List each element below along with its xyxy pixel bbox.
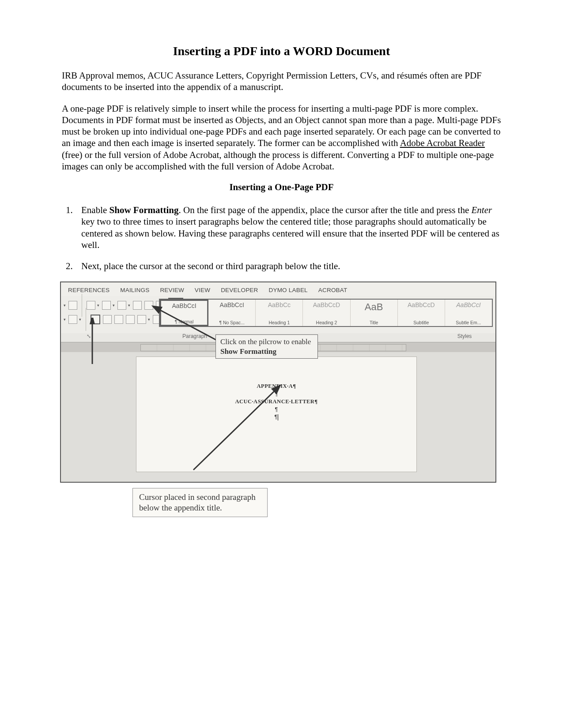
style-name: Heading 1	[257, 320, 301, 325]
style-name: Subtitle	[400, 320, 443, 325]
adobe-reader-link[interactable]: Adobe Acrobat Reader	[400, 138, 485, 148]
style-subtitle[interactable]: AaBbCcD Subtitle	[398, 300, 445, 326]
pilcrow-mark: ¶	[136, 390, 416, 398]
step1-text-a: Enable	[81, 205, 110, 215]
style-sample: AaB	[352, 301, 396, 313]
justify-icon[interactable]	[126, 315, 135, 324]
style-sample: AaBbCcI	[162, 302, 206, 309]
step-1: Enable Show Formatting. On the first pag…	[75, 204, 501, 251]
intro-paragraph-2: A one-page PDF is relatively simple to i…	[62, 103, 501, 173]
tab-mailings[interactable]: MAILINGS	[120, 287, 149, 293]
style-name: ¶ No Spac...	[210, 320, 253, 325]
text-cursor	[278, 414, 279, 420]
step1-text-e: key two to three times to insert paragra…	[81, 216, 499, 250]
callout1-bold: Show Formatting	[220, 347, 276, 356]
callout1-text: Click on the pilcrow to enable	[220, 338, 311, 346]
intro-paragraph-1: IRB Approval memos, ACUC Assurance Lette…	[62, 70, 501, 93]
style-heading2[interactable]: AaBbCcD Heading 2	[303, 300, 350, 326]
step1-italic: Enter	[472, 205, 492, 215]
style-name: Subtle Em...	[447, 320, 490, 325]
step1-bold: Show Formatting	[110, 205, 179, 215]
appendix-line-2: ACUC·ASSURANCE·LETTER¶	[136, 398, 416, 406]
style-sample: AaBbCcD	[400, 301, 443, 308]
word-screenshot: REFERENCES MAILINGS REVIEW VIEW DEVELOPE…	[60, 281, 496, 483]
tab-acrobat[interactable]: ACROBAT	[318, 287, 348, 293]
format-painter-icon[interactable]	[68, 301, 77, 310]
callout-cursor: Cursor placed in second paragraph below …	[132, 488, 268, 517]
pilcrow-mark: ¶	[274, 414, 277, 420]
style-sample: AaBbCcI	[447, 301, 490, 308]
callout-pilcrow: Click on the pilcrow to enable Show Form…	[215, 334, 318, 359]
bullets-icon[interactable]	[87, 301, 95, 310]
style-name: ¶ Normal	[162, 319, 206, 324]
font-color-icon[interactable]	[68, 315, 77, 324]
ribbon-body: ▾ ▾ ▾ ▾ ¶ ▾ ▾ ▾ ▾ ▾	[61, 296, 495, 333]
page-title: Inserting a PDF into a WORD Document	[62, 44, 501, 58]
numbering-icon[interactable]	[102, 301, 111, 310]
style-subtleem[interactable]: AaBbCcI Subtle Em...	[445, 300, 492, 326]
indent-icon[interactable]	[144, 301, 153, 310]
intro-2b: (free) or the full version of Adobe Acro…	[62, 150, 494, 172]
ribbon-tabs: REFERENCES MAILINGS REVIEW VIEW DEVELOPE…	[61, 282, 495, 296]
step1-text-c: . On the first page of the appendix, pla…	[178, 205, 471, 215]
document-page[interactable]: APPENDIX·A¶ ¶ ACUC·ASSURANCE·LETTER¶ ¶ ¶	[136, 356, 417, 472]
document-area: APPENDIX·A¶ ¶ ACUC·ASSURANCE·LETTER¶ ¶ ¶	[61, 352, 495, 482]
style-sample: AaBbCcD	[305, 301, 348, 308]
style-sample: AaBbCcI	[210, 301, 253, 308]
outdent-icon[interactable]	[133, 301, 142, 310]
tab-references[interactable]: REFERENCES	[68, 287, 110, 293]
tab-developer[interactable]: DEVELOPER	[221, 287, 258, 293]
step-2: Next, place the cursor at the second or …	[75, 260, 501, 272]
multilevel-icon[interactable]	[117, 301, 126, 310]
style-name: Heading 2	[305, 320, 348, 325]
dropdown-icon[interactable]: ▾	[64, 303, 66, 308]
style-normal[interactable]: AaBbCcI ¶ Normal	[160, 300, 208, 326]
group-styles-label: Styles	[438, 333, 491, 339]
style-title[interactable]: AaB Title	[351, 300, 398, 326]
section-heading: Inserting a One-Page PDF	[62, 182, 501, 193]
line-spacing-icon[interactable]	[137, 315, 146, 324]
style-nospacing[interactable]: AaBbCcI ¶ No Spac...	[208, 300, 256, 326]
appendix-title-block: APPENDIX·A¶ ¶ ACUC·ASSURANCE·LETTER¶ ¶ ¶	[136, 383, 416, 421]
style-heading1[interactable]: AaBbCc Heading 1	[256, 300, 303, 326]
align-right-icon[interactable]	[114, 315, 123, 324]
styles-gallery[interactable]: AaBbCcI ¶ Normal AaBbCcI ¶ No Spac... Aa…	[159, 299, 493, 327]
tab-review[interactable]: REVIEW	[160, 287, 184, 293]
tab-dymo[interactable]: DYMO Label	[269, 287, 308, 293]
appendix-line-1: APPENDIX·A¶	[136, 383, 416, 390]
pilcrow-mark: ¶	[136, 406, 416, 414]
style-sample: AaBbCc	[257, 301, 301, 308]
style-name: Title	[352, 320, 396, 325]
tab-view[interactable]: VIEW	[195, 287, 210, 293]
align-left-icon[interactable]	[91, 315, 100, 324]
align-center-icon[interactable]	[103, 315, 112, 324]
steps-list: Enable Show Formatting. On the first pag…	[62, 204, 501, 272]
